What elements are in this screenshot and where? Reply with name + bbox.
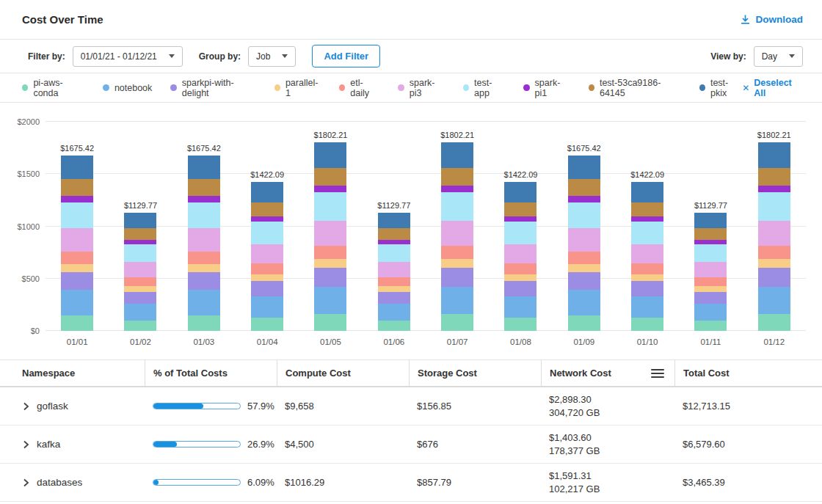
stacked-bar xyxy=(61,156,93,331)
bar-segment-spark-pi1 xyxy=(631,216,663,222)
bar-total-label: $1129.77 xyxy=(124,201,157,210)
network-cost-value: $1,403.60 xyxy=(549,431,674,445)
download-button[interactable]: Download xyxy=(740,14,804,25)
legend-item[interactable]: test-53ca9186-64145 xyxy=(589,78,681,98)
namespace-label: databases xyxy=(37,477,82,488)
table-row[interactable]: kafka26.9%$4,500$676$1,403.60178,377 GB$… xyxy=(0,426,822,464)
legend-item[interactable]: pi-aws-conda xyxy=(22,78,84,98)
bar-segment-test-app xyxy=(758,192,790,220)
bar-segment-sparkpi-with-delight xyxy=(251,281,283,296)
bar-segment-test-app xyxy=(188,202,220,229)
bar-segment-sparkpi-with-delight xyxy=(758,268,790,287)
table-row[interactable]: databases6.09%$1016.29$857.79$1,591.3110… xyxy=(0,464,822,502)
chevron-right-icon[interactable] xyxy=(22,440,29,449)
legend-item[interactable]: test-pkix xyxy=(699,78,743,98)
bar-total-label: $1422.09 xyxy=(250,170,284,179)
bar-segment-etl-daily xyxy=(251,263,283,274)
legend-item-label: pi-aws-conda xyxy=(33,78,84,98)
legend-item-label: notebook xyxy=(114,83,152,93)
bar-segment-pi-aws-conda xyxy=(188,315,220,331)
bar-segment-spark-pi3 xyxy=(441,221,473,246)
bar-segment-sparkpi-with-delight xyxy=(568,272,600,290)
legend-item-label: etl-daily xyxy=(350,78,379,98)
x-tick-label: 01/01 xyxy=(46,337,109,346)
bar-segment-test-pkix xyxy=(631,182,663,202)
stacked-bar xyxy=(568,156,600,331)
bar-segment-notebook xyxy=(314,287,346,314)
legend-item[interactable]: spark-pi1 xyxy=(523,78,570,98)
bar-total-label: $1802.21 xyxy=(440,131,474,139)
bar-segment-sparkpi-with-delight xyxy=(61,272,93,290)
bar-segment-pi-aws-conda xyxy=(504,318,537,331)
bar-segment-pi-aws-conda xyxy=(568,315,600,331)
bar-segment-pi-aws-conda xyxy=(61,315,93,331)
bar-segment-pi-aws-conda xyxy=(631,318,663,331)
stacked-bar xyxy=(314,142,346,331)
date-range-select[interactable]: 01/01/21 - 01/12/21 xyxy=(73,46,183,67)
bar-total-label: $1422.09 xyxy=(630,170,664,179)
table-header-row: Namespace % of Total Costs Compute Cost … xyxy=(0,360,822,387)
bar-segment-test-app xyxy=(631,222,663,244)
legend-item[interactable]: sparkpi-with-delight xyxy=(170,78,255,98)
view-by-select[interactable]: Day xyxy=(754,46,803,67)
group-by-label: Group by: xyxy=(199,51,241,62)
bar-segment-parallel-1 xyxy=(694,286,727,292)
cost-over-time-panel: Cost Over Time Download Filter by: 01/01… xyxy=(0,0,822,504)
legend-item-label: test-pkix xyxy=(710,78,742,98)
column-header-percent[interactable]: % of Total Costs xyxy=(145,360,277,386)
bar-group: $1802.21 xyxy=(426,122,489,331)
total-cost-cell: $3,465.39 xyxy=(674,477,806,488)
bar-segment-sparkpi-with-delight xyxy=(188,272,220,290)
add-filter-button[interactable]: Add Filter xyxy=(312,45,380,67)
stacked-bar xyxy=(378,213,410,331)
download-label: Download xyxy=(756,14,804,25)
bar-segment-test-pkix xyxy=(568,156,600,179)
compute-cost-cell: $1016.29 xyxy=(277,477,409,488)
column-header-storage[interactable]: Storage Cost xyxy=(409,360,541,386)
bar-segment-notebook xyxy=(378,304,410,321)
column-header-compute[interactable]: Compute Cost xyxy=(277,360,409,386)
table-body: goflask57.9%$9,658$156.85$2,898.30304,72… xyxy=(0,387,822,502)
bar-segment-pi-aws-conda xyxy=(378,321,410,331)
bar-segment-notebook xyxy=(694,304,727,321)
bar-segment-notebook xyxy=(188,290,220,315)
bar-segment-sparkpi-with-delight xyxy=(124,292,156,304)
group-by-select[interactable]: Job xyxy=(248,46,296,67)
column-header-total[interactable]: Total Cost xyxy=(674,360,806,386)
legend-item[interactable]: etl-daily xyxy=(339,78,380,98)
network-gb-value: 102,217 GB xyxy=(549,483,674,496)
bar-segment-notebook xyxy=(61,290,93,315)
bar-segment-etl-daily xyxy=(188,252,220,264)
legend-item[interactable]: parallel-1 xyxy=(274,78,321,98)
legend-dot-icon xyxy=(103,84,109,91)
deselect-all-button[interactable]: ✕ Deselect All xyxy=(742,78,803,98)
y-tick-label: $0 xyxy=(31,326,40,335)
percent-cell: 6.09% xyxy=(145,477,277,488)
bar-segment-pi-aws-conda xyxy=(694,321,727,331)
x-tick-label: 01/09 xyxy=(553,337,616,346)
legend-item[interactable]: notebook xyxy=(103,83,152,93)
bar-segment-test-app xyxy=(378,244,410,262)
x-tick-label: 01/07 xyxy=(426,337,489,346)
table-row[interactable]: goflask57.9%$9,658$156.85$2,898.30304,72… xyxy=(0,387,822,426)
bar-segment-parallel-1 xyxy=(124,286,156,292)
bar-segment-notebook xyxy=(124,304,156,321)
namespace-cell: databases xyxy=(16,477,145,488)
bar-segment-test-53ca9186-64145 xyxy=(758,168,790,186)
chevron-right-icon[interactable] xyxy=(22,478,29,487)
legend-item[interactable]: test-app xyxy=(463,78,505,98)
legend-item[interactable]: spark-pi3 xyxy=(398,78,444,98)
column-menu-icon[interactable] xyxy=(651,369,664,378)
stacked-bar xyxy=(631,182,663,331)
column-header-namespace[interactable]: Namespace xyxy=(16,360,145,386)
legend-dot-icon xyxy=(274,84,280,91)
legend-item-label: spark-pi1 xyxy=(535,78,570,98)
bar-segment-spark-pi3 xyxy=(251,244,283,264)
bar-segment-sparkpi-with-delight xyxy=(631,281,663,296)
storage-cost-cell: $156.85 xyxy=(409,401,541,412)
bar-segment-test-53ca9186-64145 xyxy=(188,179,220,196)
chevron-right-icon[interactable] xyxy=(22,402,29,411)
column-header-network[interactable]: Network Cost xyxy=(541,360,674,386)
bar-segment-test-app xyxy=(124,244,156,262)
percent-bar-fill xyxy=(153,442,177,447)
